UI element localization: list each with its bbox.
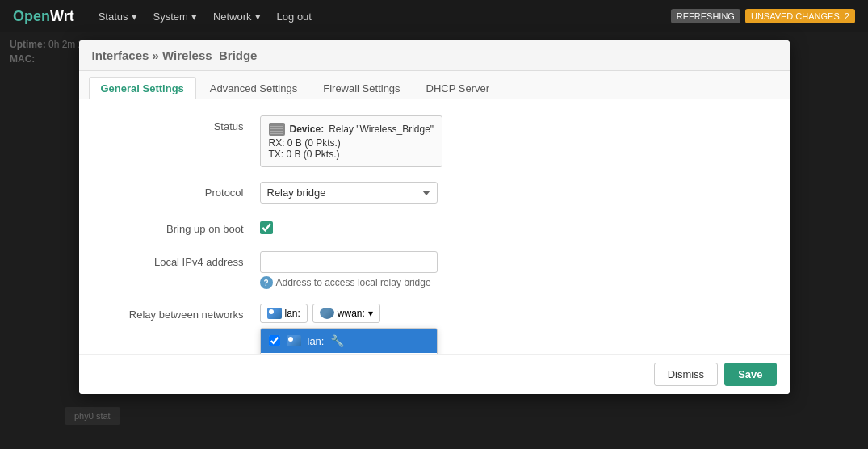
- modal-header: Interfaces » Wireless_Bridge: [79, 40, 790, 71]
- relay-networks-label: Relay between networks: [99, 304, 260, 321]
- protocol-select[interactable]: Relay bridge: [260, 182, 438, 204]
- help-icon: ?: [260, 276, 273, 289]
- lan-net-icon: [287, 335, 301, 346]
- unsaved-changes-badge: UNSAVED CHANGES: 2: [745, 9, 855, 23]
- brand-logo: OpenWrt: [13, 8, 74, 25]
- relay-networks-area: lan: wwan: ▾ lan:: [260, 304, 770, 323]
- relay-dropdown-list: lan: 🔧 wan: 🔧: [260, 328, 438, 354]
- modal-footer: Dismiss Save: [79, 354, 790, 394]
- chevron-down-icon: ▾: [132, 10, 137, 23]
- status-box: Device: Relay "Wireless_Bridge" RX: 0 B …: [260, 115, 443, 167]
- device-icon: [269, 123, 285, 136]
- status-rx: RX: 0 B (0 Pkts.): [269, 137, 434, 149]
- status-device-name: Relay "Wireless_Bridge": [329, 124, 434, 135]
- protocol-row: Protocol Relay bridge: [99, 182, 770, 204]
- nav-system[interactable]: System ▾: [153, 10, 197, 23]
- relay-dropdown-button[interactable]: wwan: ▾: [312, 304, 380, 323]
- topnav: OpenWrt Status ▾ System ▾ Network ▾ Log …: [0, 0, 868, 32]
- protocol-label: Protocol: [99, 182, 260, 199]
- lan-emoji: 🔧: [330, 334, 344, 347]
- status-value: Device: Relay "Wireless_Bridge" RX: 0 B …: [260, 115, 770, 167]
- dropdown-item-wan[interactable]: wan: 🔧: [261, 353, 437, 354]
- checkbox-lan[interactable]: [269, 335, 280, 346]
- local-ipv4-input[interactable]: [260, 251, 438, 273]
- modal-dialog: Interfaces » Wireless_Bridge General Set…: [79, 40, 790, 394]
- nav-logout[interactable]: Log out: [277, 10, 312, 23]
- tab-firewall-settings[interactable]: Firewall Settings: [311, 77, 412, 99]
- tab-general-settings[interactable]: General Settings: [89, 77, 196, 99]
- tab-dhcp-server[interactable]: DHCP Server: [414, 77, 502, 99]
- bring-up-checkbox[interactable]: [260, 221, 273, 234]
- wwan-icon: [320, 308, 334, 319]
- nav-status[interactable]: Status ▾: [99, 10, 137, 23]
- tabs-container: General Settings Advanced Settings Firew…: [79, 71, 790, 99]
- refreshing-badge: REFRESHING: [671, 9, 740, 23]
- nav-network[interactable]: Network ▾: [213, 10, 261, 23]
- dropdown-label-lan: lan:: [308, 335, 325, 347]
- dropdown-arrow-icon: ▾: [368, 308, 373, 319]
- local-ipv4-help: ? Address to access local relay bridge: [260, 276, 770, 289]
- chevron-down-icon: ▾: [255, 10, 261, 23]
- topnav-badges: REFRESHING UNSAVED CHANGES: 2: [671, 9, 855, 23]
- tab-advanced-settings[interactable]: Advanced Settings: [198, 77, 309, 99]
- relay-tag-lan: lan:: [260, 304, 308, 323]
- bring-up-row: Bring up on boot: [99, 218, 770, 237]
- dropdown-item-lan[interactable]: lan: 🔧: [261, 329, 437, 353]
- dismiss-button[interactable]: Dismiss: [654, 363, 719, 386]
- save-button[interactable]: Save: [724, 363, 776, 386]
- bring-up-label: Bring up on boot: [99, 218, 260, 235]
- status-tx: TX: 0 B (0 Pkts.): [269, 149, 434, 160]
- modal-body: Status Device: Relay "Wireless_Bridge" R…: [79, 99, 790, 354]
- relay-networks-row: Relay between networks lan: wwan: ▾: [99, 304, 770, 323]
- chevron-down-icon: ▾: [191, 10, 197, 23]
- status-device-prefix: Device:: [290, 124, 325, 135]
- status-label: Status: [99, 115, 260, 132]
- local-ipv4-row: Local IPv4 address ? Address to access l…: [99, 251, 770, 289]
- modal-overlay: Interfaces » Wireless_Bridge General Set…: [0, 32, 868, 449]
- lan-icon: [267, 308, 282, 319]
- local-ipv4-label: Local IPv4 address: [99, 251, 260, 268]
- status-row: Status Device: Relay "Wireless_Bridge" R…: [99, 115, 770, 167]
